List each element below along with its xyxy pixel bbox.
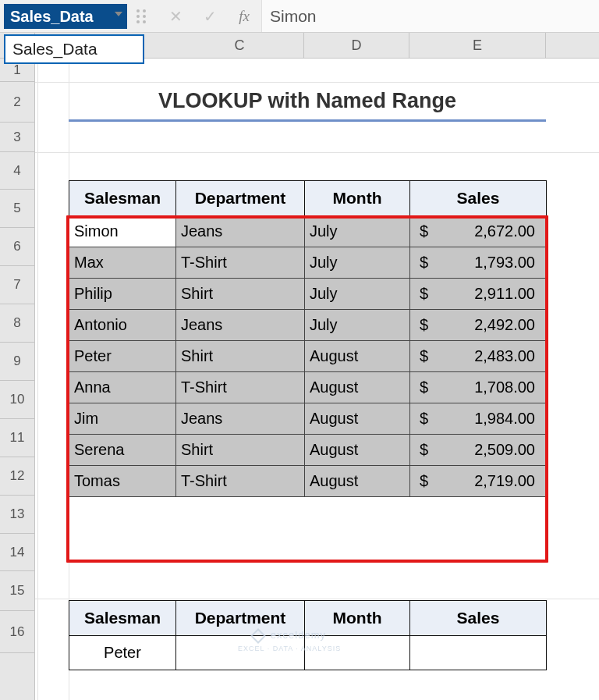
cell-month[interactable]: August [305, 403, 410, 435]
cell-department[interactable]: Shirt [176, 279, 305, 310]
th-department[interactable]: Department [176, 181, 305, 216]
cell-salesman[interactable]: Philip [69, 279, 176, 310]
cell-sales[interactable]: $1,793.00 [410, 247, 547, 279]
table-row: PeterShirtAugust$2,483.00 [69, 341, 547, 372]
cell-department[interactable]: Jeans [176, 310, 305, 341]
cell-department[interactable]: T-Shirt [176, 247, 305, 279]
th-salesman[interactable]: Salesman [69, 181, 176, 216]
row-header[interactable]: 12 [0, 457, 34, 496]
lookup-sales[interactable] [410, 636, 547, 670]
enter-icon: ✓ [193, 7, 227, 26]
row-header[interactable]: 2 [0, 82, 34, 123]
cell-department[interactable]: T-Shirt [176, 372, 305, 403]
cell-sales[interactable]: $2,483.00 [410, 341, 547, 372]
cell-salesman[interactable]: Simon [69, 216, 176, 247]
name-box[interactable]: Sales_Data [4, 4, 127, 29]
cell-salesman[interactable]: Serena [69, 435, 176, 466]
watermark-tag: EXCEL · DATA · ANALYSIS [238, 645, 341, 652]
th-month[interactable]: Month [305, 181, 410, 216]
watermark: exceldemy EXCEL · DATA · ANALYSIS [238, 629, 341, 653]
cell-month[interactable]: August [305, 341, 410, 372]
row-header[interactable]: 9 [0, 343, 34, 381]
cell-salesman[interactable]: Max [69, 247, 176, 279]
formula-bar-region: Sales_Data Sales_Data ✕ ✓ fx Simon [0, 0, 599, 33]
cell-sales[interactable]: $2,672.00 [410, 216, 547, 247]
cell-month[interactable]: July [305, 310, 410, 341]
cell-month[interactable]: August [305, 372, 410, 403]
table-row: PhilipShirtJuly$2,911.00 [69, 279, 547, 310]
table-row: SerenaShirtAugust$2,509.00 [69, 435, 547, 466]
table-row: JimJeansAugust$1,984.00 [69, 403, 547, 435]
name-box-value: Sales_Data [10, 8, 94, 26]
row-header[interactable]: 16 [0, 611, 34, 653]
cell-department[interactable]: T-Shirt [176, 466, 305, 497]
row-header[interactable]: 11 [0, 419, 34, 457]
col-header[interactable]: D [304, 33, 409, 58]
table-row: MaxT-ShirtJuly$1,793.00 [69, 247, 547, 279]
row-header[interactable]: 8 [0, 304, 34, 343]
cell-month[interactable]: August [305, 435, 410, 466]
th-sales[interactable]: Sales [410, 181, 547, 216]
watermark-brand: exceldemy [271, 629, 326, 641]
th-salesman[interactable]: Salesman [69, 601, 176, 636]
th-sales[interactable]: Sales [410, 601, 547, 636]
cancel-icon: ✕ [158, 7, 193, 26]
cell-month[interactable]: August [305, 466, 410, 497]
cell-salesman[interactable]: Tomas [69, 466, 176, 497]
table-row: TomasT-ShirtAugust$2,719.00 [69, 466, 547, 497]
data-table: Salesman Department Month Sales SimonJea… [69, 180, 547, 497]
table-row: AnnaT-ShirtAugust$1,708.00 [69, 372, 547, 403]
dropdown-icon[interactable] [115, 12, 122, 16]
cell-sales[interactable]: $1,984.00 [410, 403, 547, 435]
cell-salesman[interactable]: Anna [69, 372, 176, 403]
row-headers: 12345678910111213141516 [0, 59, 35, 700]
table-row: AntonioJeansJuly$2,492.00 [69, 310, 547, 341]
row-header[interactable]: 5 [0, 190, 34, 228]
cell-sales[interactable]: $2,719.00 [410, 466, 547, 497]
table-row: SimonJeansJuly$2,672.00 [69, 216, 547, 247]
formula-input[interactable]: Simon [261, 0, 599, 32]
row-header[interactable]: 13 [0, 496, 34, 534]
row-header[interactable]: 14 [0, 534, 34, 571]
watermark-icon [250, 628, 266, 644]
cell-department[interactable]: Shirt [176, 341, 305, 372]
grip-icon [129, 0, 158, 32]
cell-salesman[interactable]: Jim [69, 403, 176, 435]
row-header[interactable]: 7 [0, 266, 34, 304]
cell-sales[interactable]: $2,509.00 [410, 435, 547, 466]
cell-department[interactable]: Shirt [176, 435, 305, 466]
cell-sales[interactable]: $1,708.00 [410, 372, 547, 403]
cell-department[interactable]: Jeans [176, 403, 305, 435]
cell-sales[interactable]: $2,492.00 [410, 310, 547, 341]
row-header[interactable]: 4 [0, 152, 34, 190]
page-title: VLOOKUP with Named Range [69, 83, 546, 122]
col-header[interactable]: C [175, 33, 304, 58]
row-header[interactable]: 15 [0, 571, 34, 611]
cell-sales[interactable]: $2,911.00 [410, 279, 547, 310]
row-header[interactable]: 6 [0, 228, 34, 266]
fx-icon[interactable]: fx [227, 8, 261, 25]
cell-month[interactable]: July [305, 247, 410, 279]
cell-month[interactable]: July [305, 279, 410, 310]
row-header[interactable]: 3 [0, 123, 34, 152]
cell-salesman[interactable]: Peter [69, 341, 176, 372]
cell-department[interactable]: Jeans [176, 216, 305, 247]
name-box-dropdown-item[interactable]: Sales_Data [4, 34, 144, 64]
row-header[interactable]: 10 [0, 381, 34, 419]
cell-salesman[interactable]: Antonio [69, 310, 176, 341]
lookup-salesman[interactable]: Peter [69, 636, 176, 670]
col-header[interactable]: E [409, 33, 546, 58]
sheet-area[interactable]: VLOOKUP with Named Range Salesman Depart… [35, 59, 599, 700]
cell-month[interactable]: July [305, 216, 410, 247]
